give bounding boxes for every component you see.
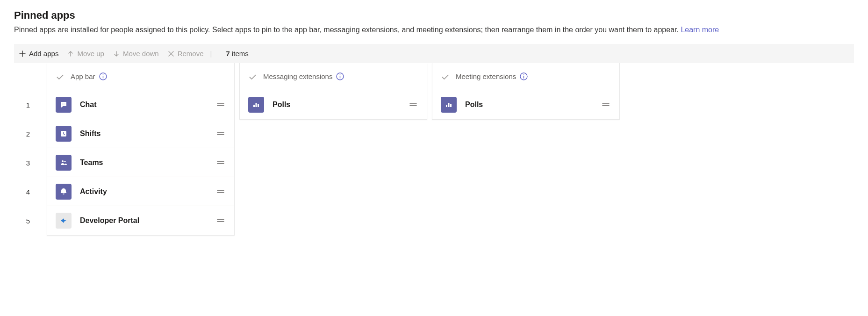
drag-handle-icon[interactable] bbox=[408, 100, 418, 110]
page-title: Pinned apps bbox=[14, 9, 854, 22]
app-row[interactable]: Activity bbox=[47, 177, 234, 206]
plus-icon bbox=[19, 50, 26, 57]
messaging-extensions-column: Messaging extensions Polls bbox=[239, 63, 427, 120]
meeting-extensions-column: Meeting extensions Polls bbox=[432, 63, 620, 120]
info-icon[interactable] bbox=[520, 72, 528, 80]
row-number: 2 bbox=[14, 119, 42, 148]
app-row[interactable]: Teams bbox=[47, 148, 234, 177]
pinned-apps-grid: 12345 App bar ChatShiftsTeamsActivityDev… bbox=[14, 63, 854, 236]
check-icon[interactable] bbox=[56, 72, 64, 81]
drag-handle-icon[interactable] bbox=[215, 187, 226, 197]
meeting-header: Meeting extensions bbox=[432, 63, 619, 90]
dev-app-icon bbox=[56, 213, 72, 229]
app-row[interactable]: Chat bbox=[47, 90, 234, 119]
item-count-label: items bbox=[230, 50, 249, 57]
check-icon[interactable] bbox=[441, 72, 449, 81]
remove-button[interactable]: Remove bbox=[167, 50, 204, 57]
move-down-label: Move down bbox=[123, 50, 159, 57]
row-number: 5 bbox=[14, 206, 42, 235]
item-count-number: 7 bbox=[226, 50, 230, 57]
move-down-button[interactable]: Move down bbox=[113, 50, 159, 57]
row-number: 3 bbox=[14, 148, 42, 177]
drag-handle-icon[interactable] bbox=[215, 158, 226, 168]
app-row[interactable]: Developer Portal bbox=[47, 206, 234, 235]
polls-app-icon bbox=[248, 97, 264, 113]
app-name: Polls bbox=[465, 101, 592, 109]
move-up-label: Move up bbox=[77, 50, 104, 57]
drag-handle-icon[interactable] bbox=[215, 129, 226, 139]
add-apps-button[interactable]: Add apps bbox=[19, 50, 58, 57]
description-text: Pinned apps are installed for people ass… bbox=[14, 26, 681, 34]
drag-handle-icon[interactable] bbox=[601, 100, 611, 110]
chat-app-icon bbox=[56, 97, 72, 113]
toolbar-separator: | bbox=[210, 50, 212, 57]
messaging-title: Messaging extensions bbox=[263, 72, 344, 80]
messaging-title-text: Messaging extensions bbox=[263, 72, 332, 80]
row-number: 4 bbox=[14, 177, 42, 206]
polls-app-icon bbox=[441, 97, 457, 113]
app-name: Teams bbox=[80, 158, 207, 167]
section-description: Pinned apps are installed for people ass… bbox=[14, 24, 854, 36]
app-name: Polls bbox=[273, 101, 400, 109]
app-row[interactable]: Polls bbox=[240, 90, 427, 119]
arrow-down-icon bbox=[113, 50, 120, 57]
info-icon[interactable] bbox=[99, 72, 107, 80]
messaging-header: Messaging extensions bbox=[240, 63, 427, 90]
activity-app-icon bbox=[56, 184, 72, 200]
learn-more-link[interactable]: Learn more bbox=[681, 26, 719, 34]
info-icon[interactable] bbox=[336, 72, 344, 80]
row-number: 1 bbox=[14, 90, 42, 119]
app-name: Developer Portal bbox=[80, 216, 207, 225]
app-bar-title: App bar bbox=[71, 72, 107, 80]
remove-label: Remove bbox=[178, 50, 204, 57]
row-number-column: 12345 bbox=[14, 63, 42, 235]
item-count: 7 items bbox=[226, 50, 248, 57]
app-name: Shifts bbox=[80, 129, 207, 138]
move-up-button[interactable]: Move up bbox=[67, 50, 104, 57]
app-row[interactable]: Shifts bbox=[47, 119, 234, 148]
meeting-title: Meeting extensions bbox=[456, 72, 528, 80]
close-icon bbox=[167, 50, 175, 57]
check-icon[interactable] bbox=[248, 72, 257, 81]
arrow-up-icon bbox=[67, 50, 74, 57]
meeting-title-text: Meeting extensions bbox=[456, 72, 516, 80]
drag-handle-icon[interactable] bbox=[215, 215, 226, 226]
teams-app-icon bbox=[56, 155, 72, 171]
shifts-app-icon bbox=[56, 126, 72, 142]
app-bar-column: App bar ChatShiftsTeamsActivityDeveloper… bbox=[47, 63, 235, 236]
app-bar-header: App bar bbox=[47, 63, 234, 90]
app-row[interactable]: Polls bbox=[432, 90, 619, 119]
app-bar-title-text: App bar bbox=[71, 72, 95, 80]
toolbar: Add apps Move up Move down Remove | 7 it… bbox=[14, 44, 854, 63]
number-header-spacer bbox=[14, 63, 42, 90]
add-apps-label: Add apps bbox=[29, 50, 58, 57]
drag-handle-icon[interactable] bbox=[215, 100, 226, 110]
app-name: Chat bbox=[80, 101, 207, 109]
app-name: Activity bbox=[80, 187, 207, 196]
